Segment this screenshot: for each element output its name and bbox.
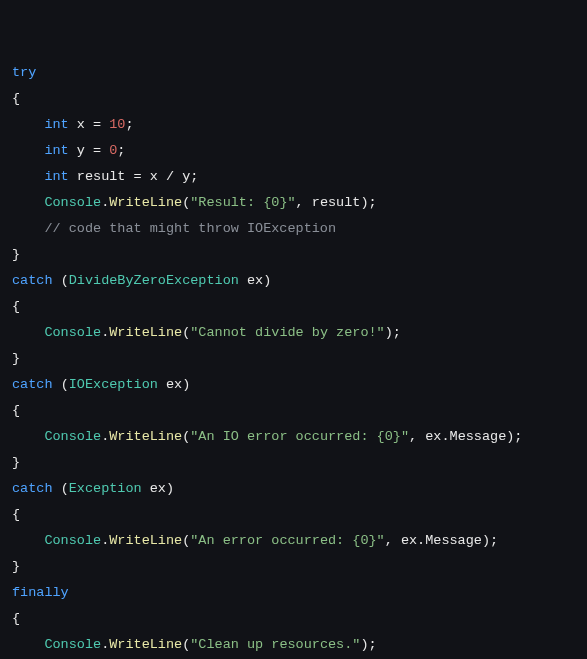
class-console: Console: [44, 195, 101, 210]
keyword-catch: catch: [12, 273, 53, 288]
space: [53, 377, 61, 392]
paren-close: ): [263, 273, 271, 288]
class-console: Console: [44, 533, 101, 548]
indent: [12, 195, 44, 210]
brace-close: }: [12, 455, 20, 470]
indent: [12, 533, 44, 548]
indent: [12, 221, 44, 236]
keyword-finally: finally: [12, 585, 69, 600]
indent: [12, 429, 44, 444]
method-writeline: WriteLine: [109, 637, 182, 652]
string-cannot-divide: "Cannot divide by zero!": [190, 325, 384, 340]
paren-open: (: [61, 377, 69, 392]
space: [142, 481, 150, 496]
comment-ioexception: // code that might throw IOException: [44, 221, 336, 236]
class-dividebyzero: DivideByZeroException: [69, 273, 239, 288]
type-int: int: [44, 117, 68, 132]
string-error-occurred: "An error occurred: {0}": [190, 533, 384, 548]
code-block: try { int x = 10; int y = 0; int result …: [12, 60, 575, 659]
brace-open: {: [12, 299, 20, 314]
method-writeline: WriteLine: [109, 429, 182, 444]
class-exception: Exception: [69, 481, 142, 496]
var-ex: ex: [425, 429, 441, 444]
op-div: /: [158, 169, 182, 184]
paren-close: ): [166, 481, 174, 496]
prop-message: Message: [425, 533, 482, 548]
paren-open: (: [61, 273, 69, 288]
method-writeline: WriteLine: [109, 533, 182, 548]
keyword-catch: catch: [12, 481, 53, 496]
brace-open: {: [12, 91, 20, 106]
var-y: y: [77, 143, 85, 158]
comma: ,: [296, 195, 312, 210]
semi: ;: [117, 143, 125, 158]
class-console: Console: [44, 637, 101, 652]
dot: .: [441, 429, 449, 444]
space: [53, 273, 61, 288]
semi: ;: [190, 169, 198, 184]
var-ex: ex: [150, 481, 166, 496]
class-ioexception: IOException: [69, 377, 158, 392]
method-writeline: WriteLine: [109, 195, 182, 210]
brace-close: }: [12, 351, 20, 366]
semi: ;: [125, 117, 133, 132]
space: [158, 377, 166, 392]
semi: ;: [514, 429, 522, 444]
space: [239, 273, 247, 288]
semi: ;: [490, 533, 498, 548]
prop-message: Message: [450, 429, 507, 444]
indent: [12, 169, 44, 184]
paren-open: (: [61, 481, 69, 496]
paren-close: ): [482, 533, 490, 548]
paren-close: ): [385, 325, 393, 340]
type-int: int: [44, 169, 68, 184]
indent: [12, 143, 44, 158]
keyword-catch: catch: [12, 377, 53, 392]
indent: [12, 325, 44, 340]
var-ex: ex: [401, 533, 417, 548]
class-console: Console: [44, 429, 101, 444]
indent: [12, 117, 44, 132]
indent: [12, 637, 44, 652]
assign: =: [85, 117, 109, 132]
space: [69, 143, 77, 158]
var-x: x: [77, 117, 85, 132]
brace-open: {: [12, 611, 20, 626]
var-result: result: [77, 169, 126, 184]
string-result: "Result: {0}": [190, 195, 295, 210]
semi: ;: [369, 637, 377, 652]
space: [69, 117, 77, 132]
space: [69, 169, 77, 184]
assign: =: [125, 169, 149, 184]
brace-close: }: [12, 559, 20, 574]
var-ex: ex: [166, 377, 182, 392]
semi: ;: [393, 325, 401, 340]
string-io-error: "An IO error occurred: {0}": [190, 429, 409, 444]
semi: ;: [369, 195, 377, 210]
paren-close: ): [360, 637, 368, 652]
string-cleanup: "Clean up resources.": [190, 637, 360, 652]
brace-open: {: [12, 507, 20, 522]
var-x: x: [150, 169, 158, 184]
literal-10: 10: [109, 117, 125, 132]
method-writeline: WriteLine: [109, 325, 182, 340]
comma: ,: [409, 429, 425, 444]
brace-close: }: [12, 247, 20, 262]
comma: ,: [385, 533, 401, 548]
paren-close: ): [360, 195, 368, 210]
var-ex: ex: [247, 273, 263, 288]
arg-result: result: [312, 195, 361, 210]
paren-close: ): [182, 377, 190, 392]
type-int: int: [44, 143, 68, 158]
class-console: Console: [44, 325, 101, 340]
space: [53, 481, 61, 496]
brace-open: {: [12, 403, 20, 418]
dot: .: [417, 533, 425, 548]
keyword-try: try: [12, 65, 36, 80]
assign: =: [85, 143, 109, 158]
